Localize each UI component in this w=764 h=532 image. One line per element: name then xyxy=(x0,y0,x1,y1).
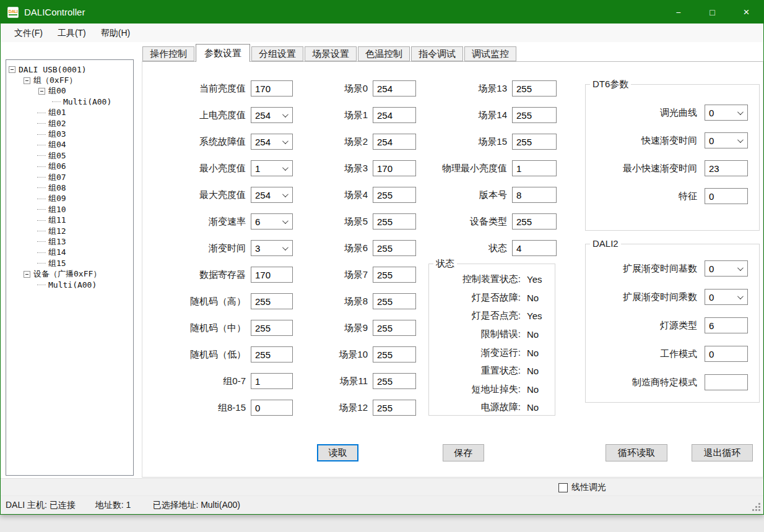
field-row: 设备类型 255 xyxy=(383,213,557,240)
field-input[interactable] xyxy=(705,374,748,390)
expand-collapse-icon[interactable] xyxy=(38,260,45,267)
device-tree[interactable]: DALI USB(0001) 组（0xFF） 组00 Multi(A00) 组0… xyxy=(6,59,134,476)
expand-collapse-icon[interactable] xyxy=(38,228,45,234)
expand-collapse-icon[interactable] xyxy=(38,142,45,148)
field-input[interactable]: 0 xyxy=(705,260,748,277)
field-input[interactable]: 0 xyxy=(705,188,748,204)
expand-collapse-icon[interactable] xyxy=(38,217,45,224)
tree-item[interactable]: 组06 xyxy=(6,161,132,172)
action-button[interactable]: 退出循环 xyxy=(692,444,753,461)
expand-collapse-icon[interactable] xyxy=(38,184,45,191)
title-bar[interactable]: DALI DALIController − □ × xyxy=(1,1,763,24)
expand-collapse-icon[interactable] xyxy=(24,77,30,84)
tree-item[interactable]: 组13 xyxy=(6,236,132,247)
tree-item[interactable]: Multi(A00) xyxy=(6,280,132,290)
tree-item-label: 组03 xyxy=(48,129,66,140)
expand-collapse-icon[interactable] xyxy=(38,281,45,288)
field-input[interactable]: 255 xyxy=(373,293,416,309)
tree-item[interactable]: 组（0xFF） xyxy=(6,75,132,85)
menu-item[interactable]: 工具(T) xyxy=(50,25,93,40)
menu-item[interactable]: 帮助(H) xyxy=(93,25,137,40)
expand-collapse-icon[interactable] xyxy=(38,163,45,170)
field-input[interactable]: 8 xyxy=(512,187,557,203)
field-input[interactable]: 4 xyxy=(512,240,557,256)
tree-item-label: 组00 xyxy=(48,85,66,97)
expand-collapse-icon[interactable] xyxy=(38,88,45,95)
field-input[interactable]: 255 xyxy=(373,346,416,363)
tree-item[interactable]: 组14 xyxy=(6,247,132,258)
status-row: 控制装置状态: Yes xyxy=(429,270,555,289)
tree-item[interactable]: 组12 xyxy=(6,226,132,236)
expand-collapse-icon[interactable] xyxy=(24,271,30,278)
linear-dimming-checkbox[interactable]: 线性调光 xyxy=(558,482,606,493)
field-input[interactable]: 255 xyxy=(373,373,416,389)
field-row: 特征 0 xyxy=(586,188,759,216)
tree-item[interactable]: 组01 xyxy=(6,108,132,118)
field-input[interactable]: 0 xyxy=(705,132,748,148)
field-input[interactable]: 255 xyxy=(512,80,557,97)
action-button[interactable]: 循环读取 xyxy=(606,444,667,461)
status-bar-item: 地址数: 1 xyxy=(95,500,131,511)
tab[interactable]: 指令调试 xyxy=(411,46,463,61)
tree-item[interactable]: Multi(A00) xyxy=(6,97,132,107)
minimize-button[interactable]: − xyxy=(661,1,695,24)
expand-collapse-icon[interactable] xyxy=(38,109,45,116)
expand-collapse-icon[interactable] xyxy=(38,120,45,127)
tree-item[interactable]: 组05 xyxy=(6,150,132,161)
tree-item[interactable]: 组09 xyxy=(6,194,132,204)
status-label: 电源故障: xyxy=(429,401,521,413)
expand-collapse-icon[interactable] xyxy=(38,195,45,202)
tree-item[interactable]: 组02 xyxy=(6,118,132,129)
action-button[interactable]: 读取 xyxy=(317,444,358,461)
tree-item[interactable]: 组10 xyxy=(6,204,132,215)
tab[interactable]: 操作控制 xyxy=(142,46,194,61)
expand-collapse-icon[interactable] xyxy=(38,152,45,159)
status-row: 重置状态: No xyxy=(429,362,555,380)
field-input[interactable]: 6 xyxy=(705,317,748,333)
field-input[interactable]: 255 xyxy=(512,213,557,230)
expand-collapse-icon[interactable] xyxy=(38,206,45,213)
checkbox-icon[interactable] xyxy=(558,483,568,492)
action-button[interactable]: 保存 xyxy=(443,444,484,461)
status-bar-items: DALI 主机: 已连接 地址数: 1 已选择地址: Multi(A00) xyxy=(1,496,763,514)
maximize-button[interactable]: □ xyxy=(695,1,729,24)
tree-item[interactable]: 组07 xyxy=(6,172,132,182)
tab[interactable]: 色温控制 xyxy=(358,46,410,61)
field-input[interactable]: 0 xyxy=(705,289,748,305)
field-label: 当前亮度值 xyxy=(142,80,246,97)
menu-item[interactable]: 文件(F) xyxy=(7,25,50,40)
expand-collapse-icon[interactable] xyxy=(38,174,45,181)
tree-item[interactable]: 组04 xyxy=(6,140,132,150)
field-input[interactable]: 1 xyxy=(512,160,557,176)
field-input[interactable]: 0 xyxy=(705,346,748,362)
tree-item[interactable]: 组11 xyxy=(6,215,132,225)
field-input[interactable]: 255 xyxy=(373,267,416,283)
expand-collapse-icon[interactable] xyxy=(38,131,45,138)
field-input[interactable]: 255 xyxy=(512,107,557,123)
tab[interactable]: 场景设置 xyxy=(305,46,357,61)
tree-item[interactable]: 组08 xyxy=(6,182,132,193)
field-label: 场景11 xyxy=(258,373,368,389)
expand-collapse-icon[interactable] xyxy=(38,238,45,245)
field-row: 扩展渐变时间乘数 0 xyxy=(586,289,759,317)
tree-item[interactable]: 设备（广播0xFF） xyxy=(6,268,132,279)
resize-grip-icon[interactable] xyxy=(752,503,761,512)
field-input[interactable]: 23 xyxy=(705,160,748,176)
field-input[interactable]: 0 xyxy=(705,105,748,121)
tree-item[interactable]: 组03 xyxy=(6,129,132,139)
tab[interactable]: 参数设置 xyxy=(196,44,250,62)
field-input[interactable]: 255 xyxy=(512,134,557,150)
tree-item[interactable]: 组15 xyxy=(6,258,132,268)
field-input[interactable]: 255 xyxy=(373,400,416,416)
field-label: 扩展渐变时间基数 xyxy=(586,260,697,277)
tab[interactable]: 分组设置 xyxy=(251,46,303,61)
expand-collapse-icon[interactable] xyxy=(38,249,45,256)
tree-item[interactable]: DALI USB(0001) xyxy=(6,64,132,75)
tab[interactable]: 调试监控 xyxy=(464,46,516,61)
field-input[interactable]: 255 xyxy=(373,320,416,336)
expand-collapse-icon[interactable] xyxy=(9,66,15,73)
field-label: 随机码（中） xyxy=(142,320,246,336)
tree-item[interactable]: 组00 xyxy=(6,86,132,97)
expand-collapse-icon[interactable] xyxy=(53,98,60,105)
close-button[interactable]: × xyxy=(729,1,763,24)
